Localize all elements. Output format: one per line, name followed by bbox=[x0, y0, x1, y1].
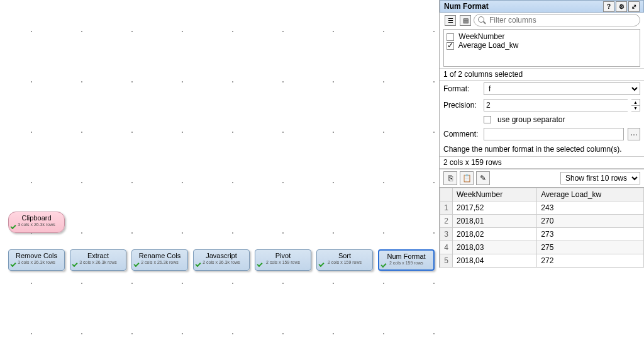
copy-button[interactable]: 📋 bbox=[460, 171, 474, 185]
row-number: 5 bbox=[440, 254, 453, 268]
table-row[interactable]: 22018,01270 bbox=[440, 215, 644, 228]
hint-text: Change the number format in the selected… bbox=[440, 142, 644, 156]
node-label: Clipboard bbox=[9, 214, 64, 222]
node-label: Extract bbox=[70, 252, 126, 259]
maximize-icon[interactable]: ⤢ bbox=[628, 1, 640, 12]
cell-weeknumber: 2017,52 bbox=[453, 201, 537, 215]
node-label: Pivot bbox=[255, 252, 311, 259]
table-row[interactable]: 52018,04272 bbox=[440, 254, 644, 268]
node-label: Rename Cols bbox=[132, 252, 187, 259]
preview-table: WeekNumber Average Load_kw 12017,5224322… bbox=[440, 188, 644, 268]
node-sub: 3 cols x 26.3k rows bbox=[9, 260, 64, 264]
comment-input[interactable] bbox=[484, 128, 624, 140]
gear-icon[interactable]: ⚙ bbox=[616, 1, 627, 12]
cell-weeknumber: 2018,02 bbox=[453, 228, 537, 241]
node-sub: 2 cols x 159 rows bbox=[255, 260, 311, 264]
columns-selected-status: 1 of 2 columns selected bbox=[440, 68, 644, 81]
column-item-weeknumber[interactable]: WeekNumber bbox=[447, 32, 637, 41]
edit-button[interactable]: ✎ bbox=[476, 171, 490, 185]
cell-weeknumber: 2018,01 bbox=[453, 215, 537, 228]
cell-avg-load: 275 bbox=[537, 241, 644, 254]
node-sub: 3 cols x 26.3k rows bbox=[70, 260, 126, 264]
cell-avg-load: 243 bbox=[537, 201, 644, 215]
cell-weeknumber: 2018,04 bbox=[453, 254, 537, 268]
node-num-format[interactable]: Num Format 2 cols x 159 rows bbox=[378, 249, 435, 271]
checkbox-icon[interactable] bbox=[447, 33, 454, 41]
node-sub: 2 cols x 26.3k rows bbox=[194, 260, 249, 264]
table-row[interactable]: 12017,52243 bbox=[440, 201, 644, 215]
node-remove-cols[interactable]: Remove Cols 3 cols x 26.3k rows bbox=[8, 249, 65, 271]
spin-down-icon[interactable]: ▼ bbox=[631, 106, 640, 111]
row-number: 3 bbox=[440, 228, 453, 241]
cell-weeknumber: 2018,03 bbox=[453, 241, 537, 254]
col-header-weeknumber[interactable]: WeekNumber bbox=[453, 188, 537, 201]
node-label: Remove Cols bbox=[9, 252, 64, 259]
format-label: Format: bbox=[443, 84, 480, 93]
show-rows-select[interactable]: Show first 10 rows bbox=[560, 172, 640, 184]
view-list-icon[interactable]: ☰ bbox=[445, 15, 456, 26]
export-button[interactable]: ⎘ bbox=[443, 171, 457, 185]
columns-list[interactable]: WeekNumber Average Load_kw bbox=[443, 29, 640, 67]
column-name: Average Load_kw bbox=[458, 41, 519, 50]
cell-avg-load: 272 bbox=[537, 254, 644, 268]
precision-spinner[interactable]: ▲▼ bbox=[631, 99, 640, 111]
precision-input[interactable] bbox=[484, 99, 628, 111]
node-clipboard[interactable]: Clipboard 3 cols x 26.3k rows bbox=[8, 212, 65, 233]
checkbox-checked-icon[interactable] bbox=[447, 42, 454, 50]
node-sub: 2 cols x 159 rows bbox=[317, 260, 372, 264]
node-sub: 2 cols x 26.3k rows bbox=[132, 260, 187, 264]
spin-up-icon[interactable]: ▲ bbox=[631, 99, 640, 106]
node-sub: 2 cols x 159 rows bbox=[379, 261, 433, 265]
panel-title-bar: Num Format ? ⚙ ⤢ bbox=[440, 0, 644, 13]
table-row[interactable]: 32018,02273 bbox=[440, 228, 644, 241]
filter-columns-wrap[interactable] bbox=[474, 14, 640, 26]
filter-row: ☰ ▤ bbox=[440, 13, 644, 28]
node-label: Javascript bbox=[194, 252, 249, 259]
node-sub: 3 cols x 26.3k rows bbox=[9, 222, 64, 227]
node-rename-cols[interactable]: Rename Cols 2 cols x 26.3k rows bbox=[131, 249, 188, 271]
row-number: 1 bbox=[440, 201, 453, 215]
comment-label: Comment: bbox=[443, 130, 480, 139]
node-pivot[interactable]: Pivot 2 cols x 159 rows bbox=[255, 249, 311, 271]
help-icon[interactable]: ? bbox=[603, 1, 614, 12]
column-item-average-load[interactable]: Average Load_kw bbox=[447, 41, 637, 50]
cell-avg-load: 273 bbox=[537, 228, 644, 241]
comment-more-button[interactable]: … bbox=[628, 128, 640, 140]
workflow-canvas[interactable]: Clipboard 3 cols x 26.3k rows Remove Col… bbox=[0, 0, 440, 340]
search-icon bbox=[478, 16, 486, 24]
filter-columns-input[interactable] bbox=[488, 15, 636, 25]
column-name: WeekNumber bbox=[458, 32, 504, 41]
node-label: Num Format bbox=[379, 252, 433, 260]
node-javascript[interactable]: Javascript 2 cols x 26.3k rows bbox=[193, 249, 250, 271]
node-label: Sort bbox=[317, 252, 372, 259]
view-detail-icon[interactable]: ▤ bbox=[460, 15, 471, 26]
properties-panel: Num Format ? ⚙ ⤢ ☰ ▤ WeekNumber Average … bbox=[439, 0, 644, 268]
node-extract[interactable]: Extract 3 cols x 26.3k rows bbox=[70, 249, 126, 271]
row-number: 2 bbox=[440, 215, 453, 228]
col-header-avg-load[interactable]: Average Load_kw bbox=[537, 188, 644, 201]
group-sep-label: use group separator bbox=[497, 115, 565, 124]
precision-label: Precision: bbox=[443, 101, 480, 110]
format-select[interactable]: f bbox=[484, 82, 640, 95]
cell-avg-load: 270 bbox=[537, 215, 644, 228]
table-row[interactable]: 42018,03275 bbox=[440, 241, 644, 254]
row-number: 4 bbox=[440, 241, 453, 254]
table-summary: 2 cols x 159 rows bbox=[440, 156, 644, 169]
group-sep-checkbox[interactable] bbox=[484, 116, 491, 123]
panel-title: Num Format bbox=[444, 2, 489, 11]
node-sort[interactable]: Sort 2 cols x 159 rows bbox=[316, 249, 373, 271]
